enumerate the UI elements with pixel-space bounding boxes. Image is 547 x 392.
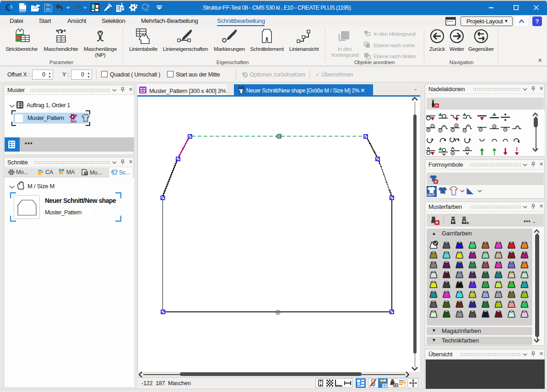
svg-text:OUT: OUT [427, 193, 435, 196]
svg-text:sin: sin [144, 8, 149, 12]
svg-text:IN: IN [440, 192, 444, 196]
